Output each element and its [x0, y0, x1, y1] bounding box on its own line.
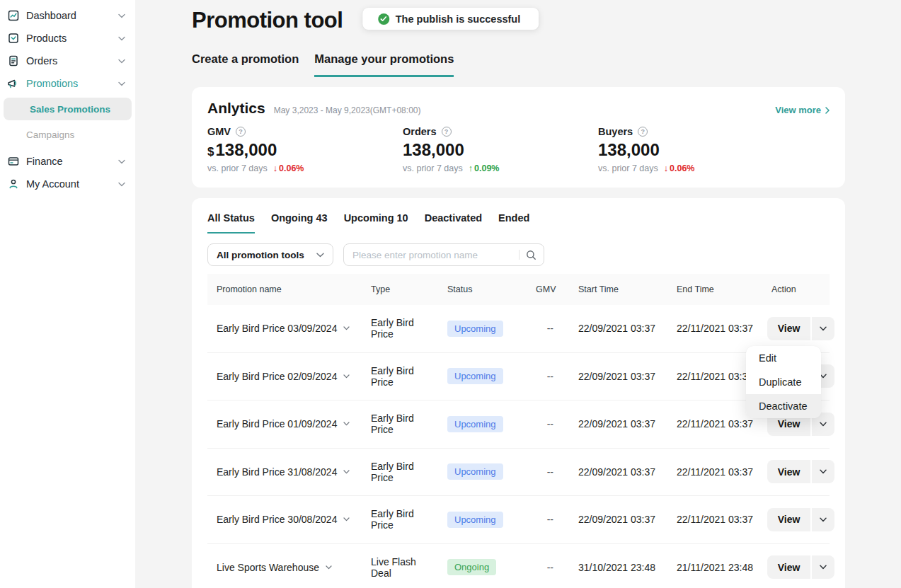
view-button[interactable]: View [767, 460, 810, 483]
view-button-label: View [778, 418, 800, 430]
chevron-down-icon [118, 159, 125, 164]
chevron-down-icon [118, 81, 125, 86]
orders-icon [7, 55, 19, 67]
promotion-name-cell[interactable]: Early Bird Price 31/08/2024 [207, 466, 362, 478]
sidebar-item-products[interactable]: Products [0, 27, 135, 50]
help-icon[interactable]: ? [442, 127, 452, 137]
chevron-down-icon [118, 13, 125, 18]
table-row: Early Bird Price 03/09/2024 Early Bird P… [207, 305, 830, 353]
status-tab-ongoing[interactable]: Ongoing 43 [271, 212, 328, 234]
sidebar-item-label: My Account [26, 178, 118, 190]
col-end-time: End Time [667, 284, 762, 294]
status-tab-deactivated[interactable]: Deactivated [425, 212, 482, 234]
analytics-title: Anlytics [207, 100, 265, 117]
status-tab-upcoming[interactable]: Upcoming 10 [344, 212, 408, 234]
more-actions-button[interactable] [812, 555, 834, 579]
status-badge: Upcoming [447, 512, 503, 528]
action-dropdown-menu: Edit Duplicate Deactivate [746, 346, 821, 418]
menu-item-duplicate[interactable]: Duplicate [746, 370, 821, 394]
chevron-down-icon [820, 422, 827, 427]
compare-label: vs. prior 7 days [207, 163, 268, 173]
promotion-tool-select[interactable]: All promotion tools [207, 243, 333, 266]
status-badge: Upcoming [447, 321, 503, 337]
metric-orders: Orders ? 138,000 vs. prior 7 days ↑ 0.09… [403, 126, 598, 173]
view-more-label: View more [775, 105, 821, 115]
chevron-down-icon [820, 517, 827, 522]
help-icon[interactable]: ? [638, 127, 648, 137]
metric-buyers: Buyers ? 138,000 vs. prior 7 days ↓ 0.06… [598, 126, 793, 173]
start-time: 22/09/2021 03:37 [569, 323, 667, 334]
col-type: Type [362, 284, 438, 294]
promotion-name-cell[interactable]: Early Bird Price 02/09/2024 [207, 371, 362, 382]
sidebar-item-label: Finance [26, 156, 118, 167]
gmv-value: -- [527, 371, 569, 382]
selected-tool: All promotion tools [217, 250, 316, 260]
toast-message: The publish is successful [396, 13, 520, 25]
chevron-down-icon [343, 517, 350, 521]
end-time: 22/11/2021 03:37 [667, 418, 762, 430]
more-actions-button[interactable] [812, 460, 834, 483]
view-more-link[interactable]: View more [775, 105, 830, 115]
promotion-name-cell[interactable]: Live Sports Warehouse [207, 562, 362, 573]
promotion-name-cell[interactable]: Early Bird Price 01/09/2024 [207, 418, 362, 430]
sidebar-subitem-sales-promotions[interactable]: Sales Promotions [4, 98, 132, 120]
menu-item-edit[interactable]: Edit [746, 346, 821, 370]
status-tab-all[interactable]: All Status [207, 212, 255, 234]
tab-create-a-promotion[interactable]: Create a promotion [192, 52, 299, 77]
arrow-up-icon: ↑ [469, 163, 473, 173]
compare-label: vs. prior 7 days [403, 163, 463, 173]
currency-symbol: $ [207, 145, 214, 158]
sidebar-item-label: Promotions [26, 78, 118, 89]
tab-manage-your-promotions[interactable]: Manage your promotions [314, 52, 454, 77]
search-icon[interactable] [526, 250, 536, 260]
arrow-down-icon: ↓ [273, 163, 277, 173]
promotion-name-cell[interactable]: Early Bird Price 30/08/2024 [207, 514, 362, 525]
gmv-value: -- [527, 562, 569, 573]
sidebar: Dashboard Products Orders Promotions Sal… [0, 0, 135, 588]
status-tabs: All Status Ongoing 43 Upcoming 10 Deacti… [207, 212, 830, 234]
sidebar-item-dashboard[interactable]: Dashboard [0, 4, 135, 27]
metric-value: 138,000 [215, 140, 277, 159]
view-button-label: View [778, 323, 800, 334]
sidebar-item-promotions[interactable]: Promotions [0, 72, 135, 95]
sidebar-subitem-campaigns[interactable]: Campaigns [0, 123, 135, 146]
view-button[interactable]: View [767, 317, 810, 340]
sidebar-item-label: Orders [26, 55, 118, 67]
promotion-name: Early Bird Price 03/09/2024 [217, 323, 337, 334]
table-header: Promotion name Type Status GMV Start Tim… [207, 274, 830, 305]
promotion-type: Early Bird Price [362, 508, 438, 531]
chevron-down-icon [343, 326, 350, 330]
search-input[interactable] [352, 250, 516, 260]
delta-value: 0.09% [474, 163, 499, 173]
start-time: 22/09/2021 03:37 [569, 371, 667, 382]
delta-value: 0.06% [670, 163, 694, 173]
status-badge: Upcoming [447, 416, 503, 432]
sidebar-item-finance[interactable]: Finance [0, 150, 135, 173]
table-row: Live Sports Warehouse Live Flash Deal On… [207, 544, 830, 588]
more-actions-button[interactable] [812, 317, 834, 340]
promotion-name-cell[interactable]: Early Bird Price 03/09/2024 [207, 323, 362, 334]
gmv-value: -- [527, 418, 569, 430]
check-circle-icon [378, 13, 389, 25]
col-status: Status [438, 284, 527, 294]
table-row: Early Bird Price 30/08/2024 Early Bird P… [207, 496, 830, 544]
end-time: 21/11/2021 23:48 [667, 562, 762, 573]
promotion-type: Early Bird Price [362, 317, 438, 340]
arrow-down-icon: ↓ [664, 163, 668, 173]
sidebar-subitem-label: Sales Promotions [30, 104, 110, 115]
metric-label: GMV [207, 126, 231, 137]
menu-item-deactivate[interactable]: Deactivate [746, 394, 821, 418]
view-button[interactable]: View [767, 508, 810, 531]
view-button[interactable]: View [767, 555, 810, 579]
sidebar-item-orders[interactable]: Orders [0, 50, 135, 72]
start-time: 22/09/2021 03:37 [569, 514, 667, 525]
sidebar-item-my-account[interactable]: My Account [0, 173, 135, 195]
help-icon[interactable]: ? [236, 127, 246, 137]
more-actions-button[interactable] [812, 508, 834, 531]
status-tab-ended[interactable]: Ended [498, 212, 529, 234]
sidebar-subitem-label: Campaigns [26, 129, 74, 140]
metric-label: Orders [403, 126, 437, 137]
table-row: Early Bird Price 02/09/2024 Early Bird P… [207, 353, 830, 401]
chevron-down-icon [820, 469, 827, 474]
delta-value: 0.06% [279, 163, 304, 173]
